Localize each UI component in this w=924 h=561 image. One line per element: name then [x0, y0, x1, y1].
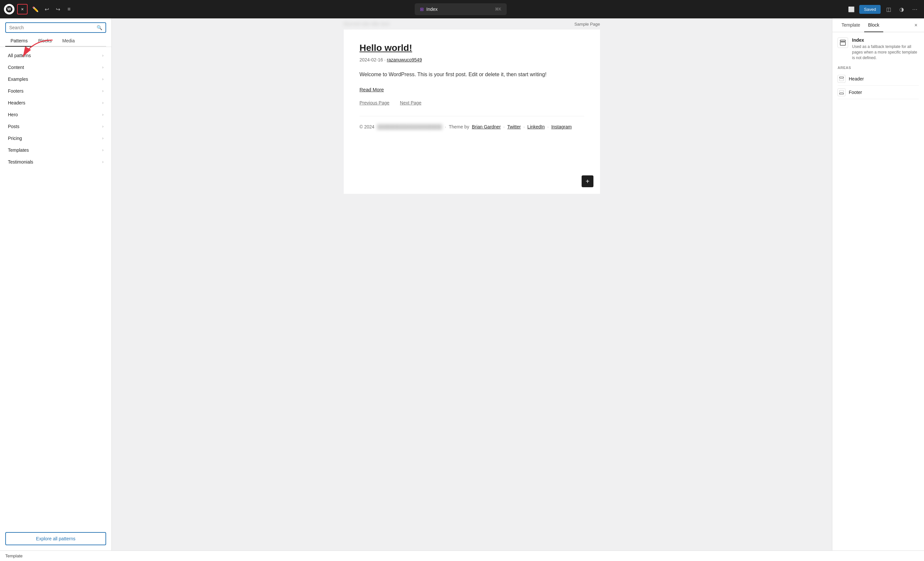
footer-link-twitter[interactable]: Twitter	[507, 124, 521, 129]
command-bar[interactable]: ⊞ Index ⌘K	[415, 3, 507, 15]
more-button[interactable]: ⋯	[909, 4, 920, 15]
rp-close-button[interactable]: ×	[913, 21, 919, 30]
list-item-headers[interactable]: Headers ›	[0, 97, 111, 109]
command-shortcut: ⌘K	[495, 7, 501, 12]
footer-bar: Template	[0, 551, 924, 561]
chevron-icon: ›	[102, 148, 104, 153]
tab-blocks[interactable]: Blocks	[33, 36, 57, 46]
tab-bar: Patterns Blocks Media	[5, 36, 106, 46]
search-area: 🔍 Patterns Blocks Media	[0, 18, 111, 47]
template-item: Index Used as a fallback template for al…	[838, 37, 919, 60]
footer-year: © 2024	[360, 124, 374, 129]
template-info: Index Used as a fallback template for al…	[852, 37, 919, 60]
canvas-content: Hello world! 2024-02-16 · razanuwuco9549…	[344, 30, 600, 194]
area-item-header[interactable]: Header	[838, 72, 919, 86]
tools-button[interactable]: ✏️	[30, 4, 41, 15]
close-button[interactable]: ×	[17, 4, 28, 15]
sample-page-label: Sample Page	[574, 22, 600, 27]
footer-bar-label: Template	[5, 554, 22, 558]
tab-patterns[interactable]: Patterns	[5, 36, 33, 46]
chevron-icon: ›	[102, 100, 104, 105]
list-item-templates[interactable]: Templates ›	[0, 144, 111, 156]
areas-label: AREAS	[838, 66, 919, 70]
post-body: Welcome to WordPress. This is your first…	[360, 70, 584, 79]
svg-rect-1	[840, 40, 846, 41]
svg-rect-5	[840, 90, 843, 92]
chevron-icon: ›	[102, 124, 104, 129]
svg-rect-3	[840, 77, 843, 78]
list-item-posts[interactable]: Posts ›	[0, 121, 111, 132]
command-text: Index	[426, 7, 438, 12]
list-item-all-patterns[interactable]: All patterns ›	[0, 49, 111, 61]
list-item-pricing[interactable]: Pricing ›	[0, 132, 111, 144]
page-top-row: blurred site title text Sample Page	[344, 18, 600, 30]
site-title-blurred: blurred site title text	[344, 21, 389, 27]
chevron-icon: ›	[102, 160, 104, 164]
list-item-footers[interactable]: Footers ›	[0, 85, 111, 97]
right-panel: Template Block × Index Used as a fallbac…	[832, 18, 924, 551]
list-view-button[interactable]: ≡	[64, 4, 74, 15]
search-box[interactable]: 🔍	[5, 22, 106, 33]
contrast-button[interactable]: ◑	[896, 4, 907, 15]
split-button[interactable]: ◫	[883, 4, 894, 15]
post-meta: 2024-02-16 · razanuwuco9549	[360, 57, 584, 63]
area-header-label: Header	[849, 76, 864, 81]
prev-page-link[interactable]: Previous Page	[360, 100, 389, 105]
add-block-button[interactable]: +	[582, 175, 593, 187]
footer-site-name: ████████████████████	[377, 124, 442, 129]
pagination: Previous Page Next Page	[360, 100, 584, 105]
chevron-icon: ›	[102, 112, 104, 117]
chevron-icon: ›	[102, 89, 104, 93]
svg-rect-4	[840, 79, 843, 81]
rp-content: Index Used as a fallback template for al…	[832, 32, 924, 551]
tab-media[interactable]: Media	[57, 36, 80, 46]
saved-button[interactable]: Saved	[859, 5, 880, 14]
top-bar: × ✏️ ↩ ↪ ≡ ⊞ Index ⌘K ⬜ Saved ◫ ◑ ⋯	[0, 0, 924, 18]
wp-logo[interactable]	[4, 4, 15, 15]
footer-link-linkedin[interactable]: LinkedIn	[527, 124, 545, 129]
svg-rect-2	[840, 42, 846, 45]
read-more-link[interactable]: Read More	[360, 87, 384, 92]
list-item-content[interactable]: Content ›	[0, 61, 111, 73]
canvas-area: blurred site title text Sample Page Hell…	[112, 18, 832, 551]
list-item-testimonials[interactable]: Testimonials ›	[0, 156, 111, 168]
footer-link-instagram[interactable]: Instagram	[551, 124, 572, 129]
next-page-link[interactable]: Next Page	[400, 100, 421, 105]
footer-area: © 2024 ████████████████████ · Theme by B…	[360, 116, 584, 129]
chevron-icon: ›	[102, 65, 104, 70]
list-item-hero[interactable]: Hero ›	[0, 109, 111, 121]
chevron-icon: ›	[102, 136, 104, 141]
list-item-examples[interactable]: Examples ›	[0, 73, 111, 85]
template-description: Used as a fallback template for all page…	[852, 44, 919, 60]
footer-theme-label: Theme by	[449, 124, 469, 129]
left-panel: 🔍 Patterns Blocks Media All patterns ›	[0, 18, 112, 551]
post-author[interactable]: razanuwuco9549	[387, 57, 422, 63]
chevron-icon: ›	[102, 77, 104, 81]
main-layout: 🔍 Patterns Blocks Media All patterns ›	[0, 18, 924, 551]
chevron-icon: ›	[102, 53, 104, 58]
post-date: 2024-02-16	[360, 57, 383, 63]
area-footer-label: Footer	[849, 90, 862, 95]
panel-list: All patterns › Content › Examples › Foot…	[0, 47, 111, 528]
footer-theme-author[interactable]: Brian Gardner	[472, 124, 501, 129]
redo-button[interactable]: ↪	[52, 4, 63, 15]
explore-patterns-button[interactable]: Explore all patterns	[5, 532, 106, 545]
rp-tab-template[interactable]: Template	[838, 18, 864, 32]
footer-area-icon	[838, 88, 846, 96]
layout-button[interactable]: ⬜	[846, 4, 856, 15]
template-name: Index	[852, 37, 919, 43]
search-input[interactable]	[9, 25, 94, 30]
post-title[interactable]: Hello world!	[360, 43, 584, 53]
right-panel-tabs: Template Block ×	[832, 18, 924, 32]
template-icon	[838, 37, 848, 48]
rp-tab-block[interactable]: Block	[864, 18, 883, 32]
search-icon: 🔍	[97, 25, 102, 30]
header-area-icon	[838, 75, 846, 83]
undo-button[interactable]: ↩	[41, 4, 52, 15]
svg-rect-6	[840, 93, 843, 94]
command-icon: ⊞	[420, 7, 424, 12]
area-item-footer[interactable]: Footer	[838, 86, 919, 99]
